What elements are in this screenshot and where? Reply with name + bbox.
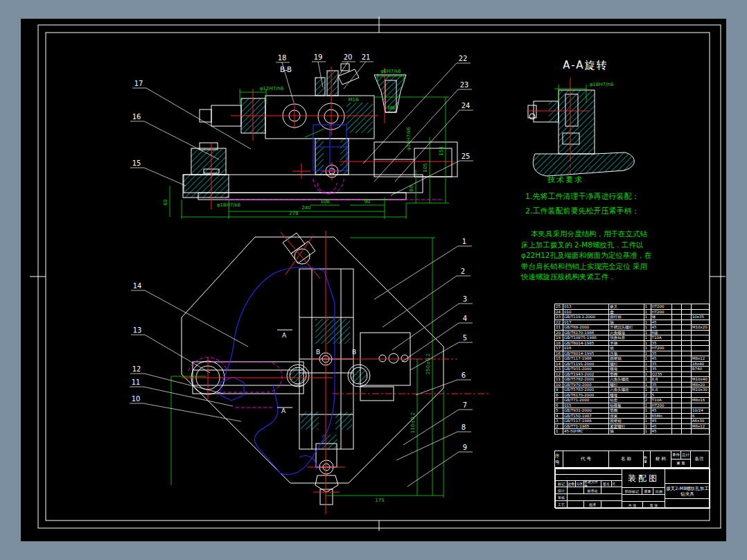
balloon-5: 5 bbox=[463, 334, 467, 342]
bom-row: 25013拨叉1HT200 bbox=[555, 304, 710, 310]
bom-table: 25013拨叉1HT20024010盘1HT20023GB/T119.1-200… bbox=[554, 304, 710, 435]
bom-header-name: 名 称 bbox=[609, 451, 644, 467]
aa-hatch bbox=[533, 90, 634, 176]
balloon-14: 14 bbox=[133, 282, 142, 290]
balloon-25: 25 bbox=[462, 152, 471, 160]
section-mark-b2: B bbox=[352, 349, 356, 356]
desc-line-2: 床上加工拨叉的 2-M8螺纹孔．工件以 bbox=[521, 240, 670, 251]
tb-process-label: 工艺 bbox=[555, 500, 568, 509]
balloon-13: 13 bbox=[133, 326, 142, 334]
dim-m8: M8 bbox=[388, 105, 396, 111]
title-block: 标记 处数 分区 更改文件号 签名 年、月、日 设计 标准化 审核 工艺 批准 … bbox=[554, 468, 710, 508]
bom-row: 6015钻模板1HT200 bbox=[555, 403, 710, 408]
dim-left60: 60 bbox=[163, 200, 168, 206]
balloon-10: 10 bbox=[132, 395, 141, 403]
tb-approve-label: 批准 bbox=[583, 500, 601, 509]
bom-row: 5GB/T931-2000垫圈14510/24 bbox=[555, 408, 710, 414]
dim-b175: 175 bbox=[375, 498, 384, 503]
bom-row: 3GB/T117-1986圆锥销145A6x30 bbox=[555, 419, 710, 424]
desc-line-3: φ22H12孔及端面和侧面为定位基准，在 bbox=[521, 250, 670, 261]
bom-header-seq: 序号 bbox=[555, 451, 563, 467]
tech-requirements-title: 技术要求 bbox=[547, 175, 674, 185]
balloon-4: 4 bbox=[463, 315, 467, 322]
bom-row: 18GB/T8014-1985手柄135 bbox=[555, 340, 710, 346]
balloon-1: 1 bbox=[462, 238, 466, 245]
tb-approve-sign bbox=[601, 500, 622, 509]
dim-b278: 278 bbox=[289, 211, 298, 216]
tb-sheetno-label: 第 张 bbox=[642, 501, 665, 509]
desc-line-5: 快速螺旋压板机构夹紧工件． bbox=[521, 272, 670, 283]
balloon-9: 9 bbox=[463, 444, 467, 451]
dim-b240: 240 bbox=[301, 205, 310, 211]
bom-row: 22017轴145 bbox=[555, 320, 710, 325]
cad-viewer-screen: φ12H7/h6 φ6H7/k6 M16 M8 80 105 150 φ10H7… bbox=[0, 0, 747, 560]
section-mark-a1: A bbox=[282, 332, 287, 339]
tb-drawing-title: 拨叉2-M8螺纹孔加工钻夹具 bbox=[665, 483, 710, 499]
balloon-23: 23 bbox=[460, 81, 469, 89]
balloon-17: 17 bbox=[134, 80, 143, 87]
bom-header-qty: 数量 bbox=[644, 451, 651, 467]
dim-b100: 100 bbox=[320, 199, 329, 204]
bom-row: 16GB/T8014-1995压板135 bbox=[555, 351, 710, 356]
hatch-areas bbox=[183, 71, 406, 198]
bom-row: 15GB/T117-1986圆锥销145M8x12 bbox=[555, 356, 710, 362]
section-label-aa: A-A旋转 bbox=[563, 59, 608, 71]
plan-hidden-lines bbox=[188, 358, 282, 408]
tb-sheets-label: 共 张 bbox=[622, 501, 643, 509]
tb-drawing-no-cell bbox=[665, 498, 710, 509]
dim-collar: φ12H7/h6 bbox=[260, 86, 284, 91]
bom-row: 8GB/T6170-2000螺母25 bbox=[555, 392, 710, 398]
dim-aa-phi: φ18H7/h6 bbox=[590, 82, 614, 87]
bom-row: 13GB/T931-2000螺母135B740 bbox=[555, 367, 710, 372]
bom-header-weight-group: 单件 总计 重 量 bbox=[671, 451, 691, 467]
bom-header-code: 代 号 bbox=[563, 451, 609, 467]
bom-header-total: 总计 bbox=[681, 451, 690, 459]
dim-v105: 105 bbox=[423, 163, 428, 172]
section-view-bb: φ12H7/h6 φ6H7/k6 M16 M8 80 105 150 φ10H7… bbox=[163, 64, 457, 219]
bom-row: 9GB/T5783-2000六角头螺栓18.8M10x30 bbox=[555, 387, 710, 393]
section-label-bb: B-B bbox=[280, 66, 292, 73]
bom-row: 2GB/T71-1985紧定螺钉145M8x12 bbox=[555, 423, 710, 429]
tech-requirement-1: 1.先将工件清理干净再进行装配； bbox=[525, 189, 674, 204]
tb-drawing-type: 装配图 bbox=[622, 469, 665, 488]
bom-row: 10GB/T970-2000螺钉135M8x20 bbox=[555, 382, 710, 387]
bom-header: 序号 代 号 名 称 数量 材 料 单件 总计 重 量 备注 bbox=[554, 450, 710, 468]
dim-b90: 90 bbox=[364, 199, 371, 204]
bom-header-mat: 材 料 bbox=[651, 451, 671, 467]
balloon-22: 22 bbox=[459, 55, 468, 62]
balloon-12: 12 bbox=[132, 365, 141, 373]
balloon-19: 19 bbox=[314, 53, 323, 61]
tech-requirement-2: 2.工件装配前要先松开压紧手柄； bbox=[525, 204, 674, 218]
bom-row: 14GB/T1191-2000螺钉13516x40 bbox=[555, 361, 710, 367]
tb-process-sign bbox=[567, 500, 584, 509]
balloon-20: 20 bbox=[344, 53, 353, 61]
dim-v80: 80 bbox=[409, 186, 414, 192]
tb-company-cell bbox=[665, 469, 710, 484]
balloon-6: 6 bbox=[462, 371, 466, 379]
balloon-15: 15 bbox=[132, 159, 141, 167]
balloon-24: 24 bbox=[462, 102, 471, 110]
balloon-21: 21 bbox=[362, 53, 371, 61]
bom-header-unit: 单件 bbox=[671, 451, 681, 459]
balloon-3: 3 bbox=[463, 295, 467, 303]
balloon-2: 2 bbox=[461, 268, 465, 275]
balloon-11: 11 bbox=[132, 378, 141, 386]
bom-row: 12GB/T1943-2002垫圈1Q235 bbox=[555, 371, 710, 377]
dim-v250: 250±0.2 bbox=[425, 353, 431, 374]
bom-row: 19GB/T10875-1986快换钻套1T10A bbox=[555, 335, 710, 341]
balloon-8: 8 bbox=[462, 423, 466, 431]
bom-row: 145-50HRC轴145 bbox=[555, 429, 710, 435]
tech-requirements: 技术要求 1.先将工件清理干净再进行装配； 2.工件装配前要先松开压紧手柄； bbox=[525, 175, 674, 218]
bom-row: 17016销1HT200 bbox=[555, 346, 710, 351]
plan-view: 250±0.2 110±0.2 175 A A B B bbox=[171, 231, 489, 514]
bom-row: 20GB/T6170-1986六角螺母16级 bbox=[555, 330, 710, 335]
bom-row: 4GB/T150-1987弹簧165Mn6 bbox=[555, 413, 710, 419]
section-view-aa: A-A旋转 bbox=[527, 59, 634, 176]
bom-header-weight: 重 量 bbox=[671, 460, 690, 467]
bom-row: 21GB/T68-2000开槽沉头螺钉145M10x20 bbox=[555, 325, 710, 331]
bom-row: 11GB/T5782-2000六角头螺栓18.8M10x40 bbox=[555, 377, 710, 383]
dim-side: φ10H7/k6 bbox=[406, 126, 412, 150]
bom-rows: 25013拨叉1HT20024010盘1HT20023GB/T119.1-200… bbox=[555, 304, 710, 435]
dim-m16: M16 bbox=[349, 97, 359, 103]
bom-row: 7GB/T71-2000钻套2T10AM8x16 bbox=[555, 398, 710, 403]
